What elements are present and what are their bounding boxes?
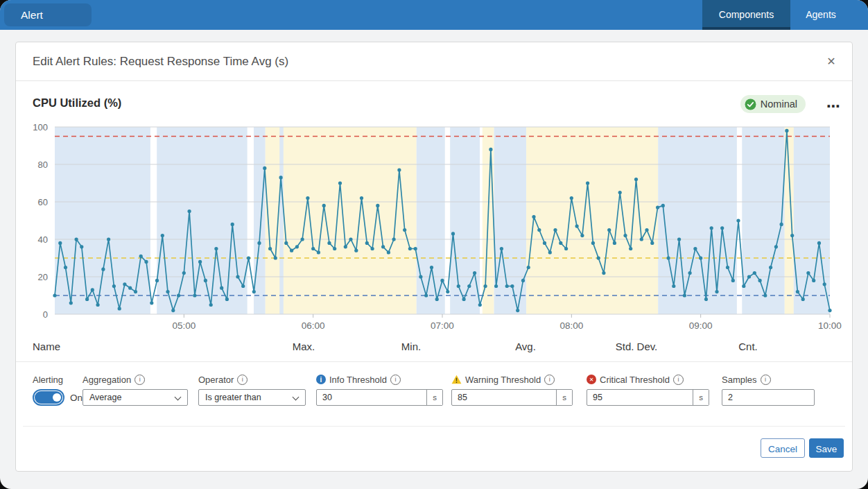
alerting-field: Alerting On [33,374,83,406]
data-point [155,279,159,282]
info-threshold-label: Info Threshold [329,375,387,385]
tab-components[interactable]: Components [702,0,790,30]
nominal-check-icon [745,98,756,110]
data-point [693,247,697,250]
data-point [403,228,406,232]
cancel-button[interactable]: Cancel [761,438,805,458]
aggregation-value: Average [89,393,121,402]
x-axis-tick-label: 10:00 [818,320,842,331]
data-point [591,241,595,245]
tab-agents[interactable]: Agents [790,0,851,30]
data-point [360,196,363,200]
chevron-down-icon [293,394,300,401]
info-tooltip-icon[interactable]: i [544,375,555,385]
info-tooltip-icon[interactable]: i [761,375,771,385]
plot-band-blue [279,127,284,314]
data-point [387,250,390,254]
close-icon[interactable]: ✕ [824,55,838,69]
data-point [451,232,455,235]
status-label: Nominal [761,98,797,110]
data-point [193,293,196,297]
info-tooltip-icon[interactable]: i [390,375,401,385]
data-point [473,271,476,275]
critical-threshold-label: Critical Threshold [600,375,670,385]
data-point [537,228,541,232]
critical-threshold-input[interactable] [587,390,693,405]
data-point [543,241,546,245]
data-point [720,226,724,230]
modal-title: Edit Alert Rules: Request Response Time … [33,42,288,81]
y-axis-tick-label: 80 [38,160,48,170]
data-point [505,284,509,288]
data-point [430,266,433,269]
x-axis-tick-label: 05:00 [172,320,196,331]
app-title: Alert [21,0,43,30]
data-point [301,237,304,241]
alerting-label: Alerting [33,374,83,385]
column-header-max: Max. [293,341,315,352]
data-point [790,234,794,237]
toggle-knob [53,393,61,402]
samples-label: Samples [722,375,757,385]
plot-band-blue [450,127,480,314]
toggle-track [35,391,62,404]
operator-value: Is greater than [205,393,261,402]
plot-band-blue [658,127,737,314]
data-point [91,288,94,291]
data-point [715,290,718,293]
data-point [424,293,428,297]
data-point [322,204,326,207]
y-axis-tick-label: 100 [33,122,48,132]
data-point [381,245,385,248]
operator-select[interactable]: Is greater than [198,389,306,406]
data-point [144,260,148,264]
data-point [650,241,654,245]
data-point [699,256,702,259]
data-point [758,279,762,282]
info-threshold-input[interactable] [317,390,426,405]
data-point [338,181,342,185]
data-point [327,241,331,245]
data-point [521,279,525,282]
app-window: Alert Components Agents Edit Alert Rules… [0,0,868,489]
warning-threshold-input[interactable] [452,390,556,405]
data-point [392,237,396,241]
column-header-cnt: Cnt. [738,341,758,352]
data-point [769,266,772,269]
data-point [128,286,132,290]
data-point [333,247,336,250]
data-point [69,301,73,304]
data-point [667,256,670,259]
data-point [688,271,692,275]
chart-menu-icon[interactable]: ⋯ [826,98,841,114]
data-point [489,148,492,151]
status-badge: Nominal [740,95,806,113]
data-point [500,247,503,250]
plot-band-yellow [266,127,417,314]
warning-threshold-field: Warning Threshold i s [451,374,573,406]
data-point [236,275,239,278]
x-axis-tick-label: 09:00 [689,320,713,331]
info-tooltip-icon[interactable]: i [673,375,684,385]
data-point [532,215,535,218]
modal-header: Edit Alert Rules: Request Response Time … [16,42,852,81]
operator-label: Operator [198,375,234,385]
data-point [510,284,514,288]
alerting-toggle[interactable] [33,389,64,406]
x-axis-tick-label: 06:00 [302,320,325,331]
data-point [225,298,229,301]
data-point [85,298,89,301]
data-point [812,279,815,282]
info-tooltip-icon[interactable]: i [134,375,145,385]
top-nav-bar: Alert Components Agents [0,0,868,30]
y-axis-tick-label: 20 [38,272,48,282]
data-point [188,209,191,213]
info-tooltip-icon[interactable]: i [237,375,248,385]
samples-input[interactable] [722,389,815,406]
plot-band-blue [254,127,266,314]
save-button[interactable]: Save [809,438,844,458]
aggregation-select[interactable]: Average [83,389,188,406]
data-point [575,225,579,228]
data-point [290,249,293,252]
data-point [634,178,638,181]
